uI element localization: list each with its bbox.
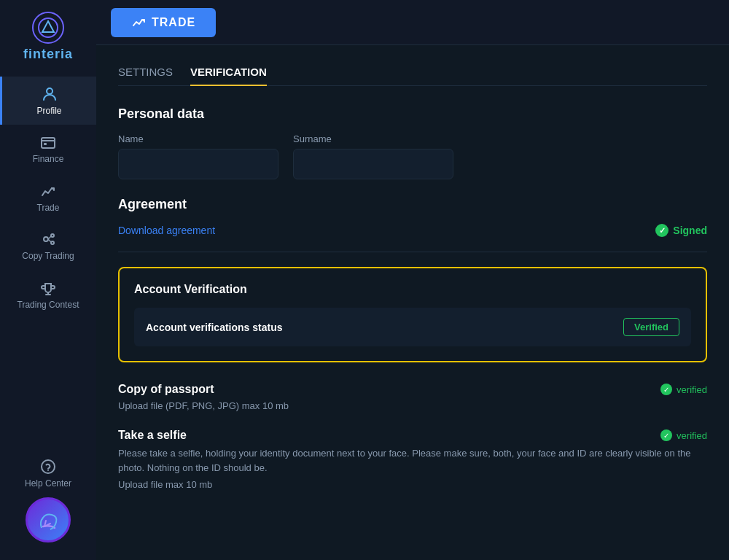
selfie-verified-label: ✓ verified bbox=[660, 429, 707, 441]
passport-header: Copy of passport ✓ verified bbox=[118, 383, 707, 396]
content-area: SETTINGS VERIFICATION Personal data Name… bbox=[96, 45, 729, 560]
surname-form-group: Surname bbox=[293, 133, 453, 179]
verification-status-row: Account verifications status Verified bbox=[134, 308, 691, 346]
surname-label: Surname bbox=[293, 133, 453, 144]
trade-icon bbox=[39, 182, 57, 200]
sidebar-item-copy-trading[interactable]: Copy Trading bbox=[0, 222, 96, 270]
main-content: TRADE SETTINGS VERIFICATION Personal dat… bbox=[96, 0, 729, 560]
logo-area: finteria bbox=[23, 12, 73, 62]
personal-data-form-row: Name Surname bbox=[118, 133, 707, 179]
sidebar-item-trading-contest[interactable]: Trading Contest bbox=[0, 271, 96, 319]
sidebar-item-profile-label: Profile bbox=[36, 106, 61, 116]
svg-rect-4 bbox=[44, 143, 47, 145]
sidebar-item-profile[interactable]: Profile bbox=[0, 77, 96, 125]
verification-status-label: Account verifications status bbox=[146, 322, 283, 333]
account-verification-title: Account Verification bbox=[134, 283, 691, 296]
svg-point-5 bbox=[44, 237, 48, 241]
avatar[interactable] bbox=[26, 497, 71, 542]
svg-point-2 bbox=[47, 88, 52, 94]
passport-verified-label: ✓ verified bbox=[660, 384, 707, 395]
trade-button-label: TRADE bbox=[152, 16, 195, 29]
sidebar-bottom: Help Center bbox=[0, 449, 96, 560]
finance-icon bbox=[39, 133, 57, 151]
help-icon bbox=[39, 458, 57, 475]
selfie-title: Take a selfie bbox=[118, 429, 187, 442]
tabs: SETTINGS VERIFICATION bbox=[118, 66, 707, 86]
sidebar-item-help-center[interactable]: Help Center bbox=[0, 449, 96, 497]
topbar: TRADE bbox=[96, 0, 729, 45]
agreement-section: Agreement Download agreement ✓ Signed bbox=[118, 197, 707, 237]
sidebar-item-trading-contest-label: Trading Contest bbox=[17, 300, 79, 310]
agreement-title: Agreement bbox=[118, 197, 707, 212]
trade-btn-icon bbox=[131, 15, 146, 30]
name-input[interactable] bbox=[118, 149, 278, 179]
personal-data-section: Personal data Name Surname bbox=[118, 106, 707, 179]
tab-verification[interactable]: VERIFICATION bbox=[190, 66, 267, 85]
surname-input[interactable] bbox=[293, 149, 453, 179]
profile-icon bbox=[41, 85, 58, 103]
verified-badge: Verified bbox=[623, 318, 679, 336]
passport-verified-icon: ✓ bbox=[660, 384, 672, 395]
signed-icon: ✓ bbox=[655, 224, 668, 237]
svg-marker-1 bbox=[42, 21, 54, 32]
svg-point-9 bbox=[47, 470, 49, 471]
name-form-group: Name bbox=[118, 133, 278, 179]
take-selfie-section: Take a selfie ✓ verified Please take a s… bbox=[118, 429, 707, 490]
svg-rect-3 bbox=[42, 138, 55, 148]
logo-text: finteria bbox=[23, 47, 73, 62]
sidebar-item-finance-label: Finance bbox=[33, 154, 64, 164]
account-verification-box: Account Verification Account verificatio… bbox=[118, 267, 707, 362]
svg-point-7 bbox=[51, 241, 54, 244]
sidebar: finteria Profile Finance bbox=[0, 0, 96, 560]
sidebar-item-trade[interactable]: Trade bbox=[0, 174, 96, 222]
divider bbox=[118, 252, 707, 252]
selfie-upload-hint: Upload file max 10 mb bbox=[118, 479, 707, 490]
sidebar-item-trade-label: Trade bbox=[37, 203, 60, 213]
sidebar-item-copy-trading-label: Copy Trading bbox=[22, 251, 74, 261]
logo-icon bbox=[32, 12, 64, 44]
signed-badge: ✓ Signed bbox=[655, 224, 707, 237]
name-label: Name bbox=[118, 133, 278, 144]
svg-point-8 bbox=[42, 460, 55, 473]
signed-label: Signed bbox=[673, 225, 707, 236]
passport-title: Copy of passport bbox=[118, 383, 214, 396]
selfie-header: Take a selfie ✓ verified bbox=[118, 429, 707, 442]
personal-data-title: Personal data bbox=[118, 106, 707, 122]
sidebar-item-finance[interactable]: Finance bbox=[0, 125, 96, 173]
trading-contest-icon bbox=[39, 279, 57, 297]
trade-button[interactable]: TRADE bbox=[111, 8, 216, 37]
selfie-verified-icon: ✓ bbox=[660, 429, 672, 441]
copy-of-passport-section: Copy of passport ✓ verified Upload file … bbox=[118, 383, 707, 411]
download-agreement-link[interactable]: Download agreement bbox=[118, 225, 215, 236]
selfie-description: Please take a selfie, holding your ident… bbox=[118, 446, 707, 475]
sidebar-item-help-center-label: Help Center bbox=[25, 478, 71, 489]
agreement-row: Download agreement ✓ Signed bbox=[118, 224, 707, 237]
copy-trading-icon bbox=[39, 230, 57, 248]
svg-point-6 bbox=[51, 234, 54, 237]
passport-hint: Upload file (PDF, PNG, JPG) max 10 mb bbox=[118, 400, 707, 411]
tab-settings[interactable]: SETTINGS bbox=[118, 66, 173, 85]
